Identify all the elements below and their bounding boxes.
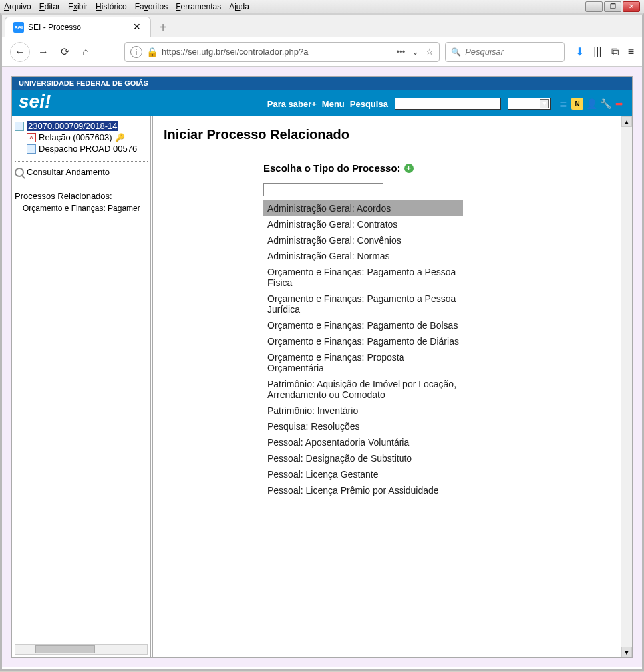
sei-app: UNIVERSIDADE FEDERAL DE GOIÁS sei! Para … [11, 76, 633, 658]
novelty-icon[interactable]: N [571, 98, 583, 110]
exit-icon[interactable]: ➡ [613, 98, 625, 110]
document-node-relacao[interactable]: A Relação (0057603) 🔑 [15, 132, 148, 143]
process-type-item[interactable]: Pessoal: Licença Gestante [263, 466, 463, 482]
window-maximize-button[interactable]: ❐ [604, 1, 621, 12]
process-type-item[interactable]: Administração Geral: Normas [263, 248, 463, 264]
url-text: https://sei.ufg.br/sei/controlador.php?a [162, 47, 393, 57]
back-button[interactable]: ← [10, 42, 30, 62]
document-node-despacho[interactable]: Despacho PROAD 00576 [15, 143, 148, 154]
process-tree-sidebar: 23070.000709/2018-14 A Relação (0057603)… [12, 116, 153, 657]
document-label: Relação (0057603) [39, 132, 112, 142]
document-icon [27, 144, 36, 154]
unit-select[interactable]: PROAD ▼ [508, 98, 551, 110]
library-icon[interactable]: ||| [593, 46, 601, 58]
settings-wrench-icon[interactable]: 🔧 [599, 98, 611, 110]
choose-type-label: Escolha o Tipo do Processo: [263, 162, 401, 174]
window-minimize-button[interactable]: — [585, 1, 603, 12]
site-info-icon[interactable]: i [130, 46, 142, 58]
scrollbar-thumb[interactable] [35, 645, 95, 653]
link-para-saber[interactable]: Para saber+ [267, 99, 317, 109]
lock-icon: 🔒 [146, 47, 158, 57]
related-processes-title: Processos Relacionados: [15, 191, 148, 201]
process-type-item[interactable]: Administração Geral: Contratos [263, 216, 463, 232]
document-label: Despacho PROAD 00576 [39, 144, 137, 154]
browser-tab[interactable]: sei SEI - Processo ✕ [5, 17, 151, 37]
scroll-up-button[interactable]: ▲ [621, 116, 632, 127]
browser-window: sei SEI - Processo ✕ + ← → ⟳ ⌂ i 🔒 https… [0, 13, 644, 671]
tab-title: SEI - Processo [28, 23, 81, 32]
search-icon: 🔍 [451, 47, 461, 57]
page-content-wrapper: UNIVERSIDADE FEDERAL DE GOIÁS sei! Para … [2, 67, 642, 667]
home-button[interactable]: ⌂ [78, 44, 94, 60]
download-icon[interactable]: ⬇ [575, 45, 584, 58]
page-actions-icon[interactable]: ••• [397, 47, 406, 57]
page-title: Iniciar Processo Relacionado [164, 127, 621, 142]
scroll-down-button[interactable]: ▼ [621, 647, 632, 657]
window-close-button[interactable]: ✕ [623, 1, 640, 12]
menu-editar[interactable]: Editar [39, 2, 60, 11]
process-type-item[interactable]: Patrimônio: Inventário [263, 403, 463, 419]
user-icon[interactable]: 👤 [585, 98, 597, 110]
process-type-item[interactable]: Patrimônio: Aquisição de Imóvel por Loca… [263, 376, 463, 403]
hamburger-menu-icon[interactable]: ≡ [628, 46, 634, 58]
type-filter-input[interactable] [263, 183, 383, 196]
browser-search-box[interactable]: 🔍 [445, 42, 565, 62]
browser-toolbar: ← → ⟳ ⌂ i 🔒 https://sei.ufg.br/sei/contr… [2, 37, 642, 67]
menu-favoritos[interactable]: Favoritos [135, 2, 168, 11]
link-pesquisa[interactable]: Pesquisa [350, 99, 388, 109]
process-type-item[interactable]: Orçamento e Finanças: Proposta Orçamentá… [263, 349, 463, 376]
address-bar[interactable]: i 🔒 https://sei.ufg.br/sei/controlador.p… [124, 42, 440, 62]
menu-arquivo[interactable]: Arquivo [4, 2, 31, 11]
control-panel-icon[interactable]: ≣ [558, 98, 569, 110]
bookmark-star-icon[interactable]: ☆ [426, 47, 434, 57]
os-menu-bar: Arquivo Editar Exibir Histórico Favorito… [0, 0, 644, 13]
sei-top-bar: sei! Para saber+ Menu Pesquisa PROAD ▼ ≣… [12, 90, 632, 116]
pdf-icon: A [27, 133, 36, 142]
sei-search-input[interactable] [395, 98, 501, 110]
menu-ferramentas[interactable]: Ferramentas [176, 2, 221, 11]
link-menu[interactable]: Menu [322, 99, 345, 109]
sidebar-toggle-icon[interactable]: ⧉ [611, 46, 619, 58]
process-type-item[interactable]: Orçamento e Finanças: Pagamento a Pessoa… [263, 264, 463, 291]
expand-types-button[interactable]: + [404, 164, 414, 173]
process-type-item[interactable]: Pesquisa: Resoluções [263, 419, 463, 434]
process-type-item[interactable]: Orçamento e Finanças: Pagamento a Pessoa… [263, 291, 463, 317]
divider [15, 161, 148, 162]
process-type-item[interactable]: Orçamento e Finanças: Pagamento de Diári… [263, 333, 463, 349]
sidebar-horizontal-scrollbar[interactable] [15, 644, 148, 655]
process-type-list: Administração Geral: AcordosAdministraçã… [263, 200, 463, 498]
org-banner: UNIVERSIDADE FEDERAL DE GOIÁS [12, 77, 632, 90]
process-type-item[interactable]: Administração Geral: Convênios [263, 232, 463, 248]
key-icon: 🔑 [115, 133, 125, 142]
menu-exibir[interactable]: Exibir [68, 2, 88, 11]
main-content: Iniciar Processo Relacionado Escolha o T… [153, 116, 632, 657]
process-node[interactable]: 23070.000709/2018-14 [15, 120, 148, 132]
process-type-item[interactable]: Administração Geral: Acordos [263, 200, 463, 216]
chevron-down-icon: ▼ [540, 99, 549, 108]
consult-progress-link[interactable]: Consultar Andamento [15, 167, 148, 177]
sei-favicon-icon: sei [13, 22, 24, 33]
magnifier-icon [15, 168, 24, 177]
consult-label: Consultar Andamento [27, 167, 110, 177]
tab-close-button[interactable]: ✕ [132, 22, 142, 33]
browser-tab-bar: sei SEI - Processo ✕ + [2, 15, 642, 37]
menu-historico[interactable]: Histórico [96, 2, 127, 11]
forward-button[interactable]: → [35, 44, 51, 60]
pocket-icon[interactable]: ⌄ [412, 47, 419, 57]
process-type-item[interactable]: Orçamento e Finanças: Pagamento de Bolsa… [263, 317, 463, 333]
divider [15, 184, 148, 184]
process-type-item[interactable]: Pessoal: Aposentadoria Voluntária [263, 434, 463, 450]
new-tab-button[interactable]: + [154, 18, 172, 37]
process-type-item[interactable]: Pessoal: Designação de Substituto [263, 450, 463, 466]
browser-search-input[interactable] [465, 47, 559, 57]
reload-button[interactable]: ⟳ [57, 44, 73, 60]
related-process-link[interactable]: Orçamento e Finanças: Pagamer [15, 204, 148, 213]
unit-select-label: PROAD [511, 100, 537, 108]
process-type-item[interactable]: Pessoal: Licença Prêmio por Assiduidade [263, 482, 463, 498]
process-icon [15, 122, 24, 131]
sei-logo: sei! [19, 91, 51, 112]
menu-ajuda[interactable]: Ajuda [229, 2, 249, 11]
content-vertical-scrollbar[interactable]: ▲ ▼ [621, 116, 632, 657]
process-number: 23070.000709/2018-14 [27, 121, 118, 131]
